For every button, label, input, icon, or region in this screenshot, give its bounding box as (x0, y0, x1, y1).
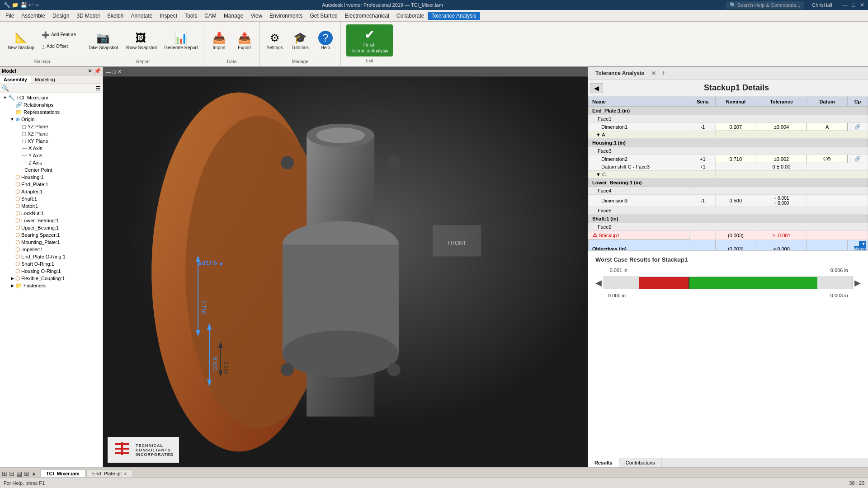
panel-add-icon[interactable]: ＋ (660, 68, 667, 78)
bottom-icons: ⊞ ⊟ ▤ ⊞ ▲ (2, 470, 37, 477)
tree-item-shaft[interactable]: ⬡ Shaft:1 (1, 195, 102, 202)
menu-cam[interactable]: CAM (201, 12, 220, 20)
import-button[interactable]: 📥 Import (208, 29, 231, 52)
menu-tolerance[interactable]: Tolerance Analysis (428, 12, 480, 20)
tutorials-button[interactable]: 🎓 Tutorials (289, 29, 311, 52)
file-tab-close-2[interactable]: ✕ (123, 471, 127, 476)
menu-assemble[interactable]: Assemble (18, 12, 49, 20)
view-arrow-up[interactable]: ▲ (31, 470, 37, 477)
tree-item-end-plate-oring[interactable]: ⬡ End_Plate O-Ring:1 (1, 253, 102, 260)
tree-item-tci-mixer[interactable]: ▼ 🔧 TCI_Mixer.iam (1, 94, 102, 101)
table-row-dim3[interactable]: Dimension3 -1 0.500 + 0.001+ 0.000 (589, 195, 868, 207)
viewport-minimize[interactable]: — (106, 69, 111, 75)
tree-item-locknut[interactable]: ⬡ LockNut:1 (1, 210, 102, 217)
add-offset-button[interactable]: ↕ Add Offset (39, 42, 78, 52)
menu-collaborate[interactable]: Collaborate (393, 12, 428, 20)
tree-item-relationships[interactable]: 🔗 Relationships (1, 101, 102, 108)
back-button[interactable]: ◀ (590, 83, 603, 93)
menu-file[interactable]: File (2, 12, 18, 20)
file-tab-end-plate[interactable]: End_Plate.ipt ✕ (86, 469, 133, 477)
tree-item-xy-plane[interactable]: ◻ XY Plane (1, 137, 102, 145)
tree-item-z-axis[interactable]: — Z Axis (1, 159, 102, 166)
dim2-nominal[interactable]: 0.710 (715, 155, 756, 163)
tree-item-yz-plane[interactable]: ◻ YZ Plane (1, 123, 102, 130)
panel-menu-icon[interactable]: ☰ (95, 85, 101, 92)
table-row-stackup1[interactable]: ⚠ Stackup1 (0.003) ≥ -0.001 (589, 231, 868, 240)
show-snapshot-button[interactable]: 🖼 Show Snapshot (123, 29, 159, 52)
tree-item-fasteners[interactable]: ▶ 📁 Fasteners (1, 282, 102, 289)
finish-tolerance-button[interactable]: ✔ FinishTolerance Analysis (346, 24, 393, 56)
tree-item-impeller[interactable]: ⬡ Impeller:1 (1, 246, 102, 253)
view-icon-3[interactable]: ▤ (16, 470, 22, 477)
tree-item-motor[interactable]: ⬡ Motor:1 (1, 202, 102, 210)
menu-annotate[interactable]: Annotate (127, 12, 156, 20)
viewport[interactable]: — □ ✕ (103, 67, 588, 467)
tab-results[interactable]: Results (588, 458, 619, 467)
search-box[interactable]: 🔍 Search Help & Commands... (726, 1, 804, 9)
tree-item-y-axis[interactable]: — Y Axis (1, 152, 102, 159)
tree-item-lower-bearing[interactable]: ⬡ Lower_Bearing:1 (1, 217, 102, 224)
tree-item-origin[interactable]: ▼ ⊕ Origin (1, 116, 102, 123)
tree-item-end-plate[interactable]: ⬡ End_Plate:1 (1, 181, 102, 188)
max-button[interactable]: □ (852, 2, 855, 8)
menu-inspect[interactable]: Inspect (156, 12, 181, 20)
tree-item-x-axis[interactable]: — X Axis (1, 145, 102, 152)
new-stackup-button[interactable]: 📐 New Stackup (5, 29, 37, 52)
dim2-datum[interactable]: C⊕ (807, 155, 848, 163)
tree-item-bearing-spacer[interactable]: ⬡ Bearing Spacer:1 (1, 231, 102, 239)
tree-item-center-point[interactable]: · Center Point (1, 166, 102, 174)
take-snapshot-button[interactable]: 📷 Take Snapshot (86, 29, 120, 52)
dim1-nominal[interactable]: 0.207 (715, 123, 756, 131)
menu-getstarted[interactable]: Get Started (306, 12, 341, 20)
panel-pin-icon[interactable]: 📌 (94, 68, 101, 74)
tree-expander[interactable]: ▼ (2, 95, 8, 100)
table-row-dim2[interactable]: Dimension2 +1 0.710 ±0.002 C⊕ 🔗 (589, 155, 868, 163)
tab-modeling[interactable]: Modeling (31, 75, 59, 84)
tree-item-housing-oring[interactable]: ⬡ Housing O-Ring:1 (1, 267, 102, 275)
dim1-cp[interactable]: 🔗 (848, 123, 868, 131)
close-button[interactable]: ✕ (860, 2, 864, 8)
tree-item-adapter[interactable]: ⬡ Adapter:1 (1, 188, 102, 195)
viewport-restore[interactable]: □ (113, 69, 116, 75)
tree-item-xz-plane[interactable]: ◻ XZ Plane (1, 130, 102, 137)
tab-assembly[interactable]: Assembly (0, 75, 31, 84)
panel-close-x[interactable]: ✕ (651, 70, 656, 77)
viewport-close[interactable]: ✕ (118, 69, 122, 75)
view-icon-1[interactable]: ⊞ (2, 470, 7, 477)
dim2-tolerance[interactable]: ±0.002 (756, 155, 807, 163)
tree-item-mounting-plate[interactable]: ⬡ Mounting_Plate:1 (1, 239, 102, 246)
menu-sketch[interactable]: Sketch (104, 12, 127, 20)
menu-manage[interactable]: Manage (220, 12, 247, 20)
dim1-tolerance[interactable]: ±0.004 (756, 123, 807, 131)
search-icon[interactable]: 🔍 (2, 85, 9, 92)
generate-report-button[interactable]: 📊 Generate Report (162, 29, 200, 52)
menu-tools[interactable]: Tools (181, 12, 201, 20)
view-icon-2[interactable]: ⊟ (9, 470, 14, 477)
menu-view[interactable]: View (247, 12, 266, 20)
tree-item-representations[interactable]: 📁 Representations (1, 108, 102, 116)
tree-item-housing[interactable]: ⬡ Housing:1 (1, 174, 102, 181)
tree-item-upper-bearing[interactable]: ⬡ Upper_Bearing:1 (1, 224, 102, 231)
menu-design[interactable]: Design (49, 12, 73, 20)
table-row-objectives[interactable]: Objectives (in) (0.003) ≥ 0.000 ▼ Worst … (589, 240, 868, 251)
menu-3dmodel[interactable]: 3D Model (73, 12, 103, 20)
menu-environments[interactable]: Environments (266, 12, 306, 20)
dim1-datum[interactable]: A (807, 123, 848, 131)
tolerance-tab-label[interactable]: Tolerance Analysis (591, 68, 649, 78)
tree-item-shaft-oring[interactable]: ⬡ Shaft O-Ring:1 (1, 260, 102, 267)
help-button[interactable]: ? Help (314, 29, 337, 52)
export-button[interactable]: 📤 Export (233, 29, 256, 52)
add-feature-button[interactable]: ➕ Add Feature (39, 30, 78, 40)
tree-item-flexible-coupling[interactable]: ▶ ⬡ Flexible_Coupling:1 (1, 275, 102, 282)
view-icon-4[interactable]: ⊞ (24, 470, 29, 477)
menu-electromechanical[interactable]: Electromechanical (341, 12, 393, 20)
tab-contributions[interactable]: Contributions (619, 458, 662, 467)
app-icons[interactable]: 🔧 📁 💾 ↩ ↪ (4, 2, 39, 8)
viewport-3d[interactable]: FRONT ▲ 0.710 ▼ 0.710 (103, 77, 588, 467)
dim2-cp[interactable]: 🔗 (848, 155, 868, 163)
file-tab-tci-mixer[interactable]: TCI_Mixer.iam (40, 469, 85, 477)
table-row-dim1[interactable]: Dimension1 -1 0.207 ±0.004 A 🔗 (589, 123, 868, 131)
settings-button[interactable]: ⚙ Settings (264, 29, 286, 52)
min-button[interactable]: — (842, 2, 848, 8)
panel-close-icon[interactable]: ✕ (88, 68, 92, 74)
